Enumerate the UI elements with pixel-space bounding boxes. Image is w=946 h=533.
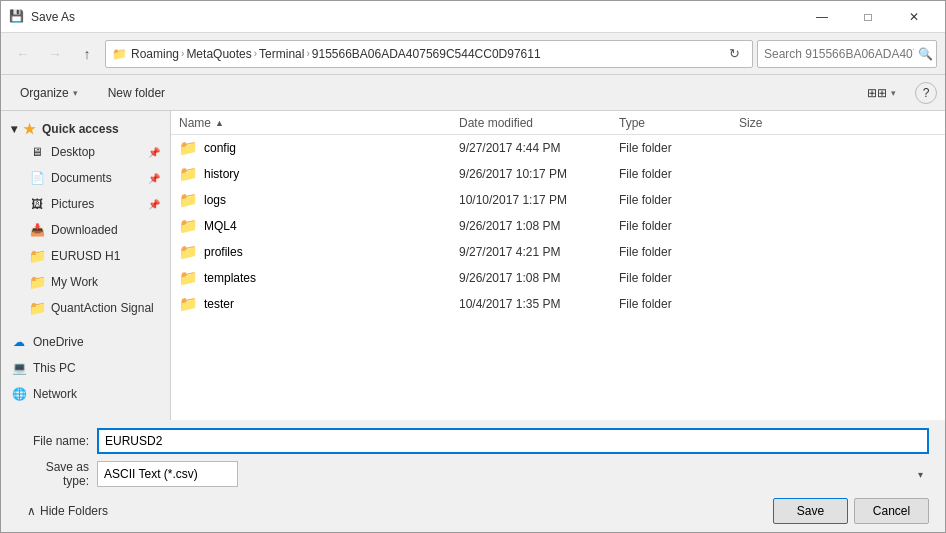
quantaction-folder-icon: 📁	[29, 300, 45, 316]
sidebar-item-onedrive[interactable]: ☁ OneDrive	[1, 329, 170, 355]
column-name[interactable]: Name ▲	[179, 116, 459, 130]
search-icon: 🔍	[918, 47, 933, 61]
help-button[interactable]: ?	[915, 82, 937, 104]
cell-name: 📁 history	[179, 165, 459, 183]
network-icon: 🌐	[11, 386, 27, 402]
minimize-button[interactable]: —	[799, 1, 845, 33]
sidebar-item-documents[interactable]: 📄 Documents 📌	[1, 165, 170, 191]
select-arrow-icon: ▾	[918, 469, 923, 480]
filetype-row: Save as type: ASCII Text (*.csv)Excel Wo…	[17, 460, 929, 488]
sidebar-item-network[interactable]: 🌐 Network	[1, 381, 170, 407]
sidebar-item-eurusd[interactable]: 📁 EURUSD H1	[1, 243, 170, 269]
view-icon: ⊞⊞	[867, 86, 887, 100]
filetype-label: Save as type:	[17, 460, 97, 488]
folder-icon: 📁	[179, 217, 198, 235]
quick-access-star: ★	[23, 121, 36, 137]
maximize-button[interactable]: □	[845, 1, 891, 33]
back-button[interactable]: ←	[9, 40, 37, 68]
crumb-roaming[interactable]: Roaming	[131, 47, 179, 61]
cell-type: File folder	[619, 271, 739, 285]
search-input[interactable]	[764, 47, 914, 61]
pin-icon: 📌	[148, 147, 160, 158]
sidebar-item-thispc[interactable]: 💻 This PC	[1, 355, 170, 381]
cell-date: 9/26/2017 1:08 PM	[459, 219, 619, 233]
cell-type: File folder	[619, 167, 739, 181]
window-title: Save As	[31, 10, 799, 24]
file-rows: 📁 config 9/27/2017 4:44 PM File folder 📁…	[171, 135, 945, 420]
input-area: File name: Save as type: ASCII Text (*.c…	[1, 420, 945, 532]
save-as-dialog: 💾 Save As — □ ✕ ← → ↑ 📁 Roaming › MetaQu…	[0, 0, 946, 533]
hide-folders-button[interactable]: ∧ Hide Folders	[17, 498, 118, 524]
thispc-icon: 💻	[11, 360, 27, 376]
up-button[interactable]: ↑	[73, 40, 101, 68]
sidebar-item-desktop[interactable]: 🖥 Desktop 📌	[1, 139, 170, 165]
organize-chevron: ▾	[73, 88, 78, 98]
folder-icon: 📁	[179, 243, 198, 261]
quick-access-header[interactable]: ▾ ★ Quick access	[1, 115, 170, 139]
address-bar: 📁 Roaming › MetaQuotes › Terminal › 9155…	[105, 40, 753, 68]
crumb-hash[interactable]: 915566BA06ADA407569C544CC0D97611	[312, 47, 541, 61]
column-date[interactable]: Date modified	[459, 116, 619, 130]
address-path: Roaming › MetaQuotes › Terminal › 915566…	[131, 47, 718, 61]
cell-date: 10/10/2017 1:17 PM	[459, 193, 619, 207]
table-row[interactable]: 📁 profiles 9/27/2017 4:21 PM File folder	[171, 239, 945, 265]
cell-date: 9/26/2017 10:17 PM	[459, 167, 619, 181]
button-row: ∧ Hide Folders Save Cancel	[17, 494, 929, 526]
pin-icon-docs: 📌	[148, 173, 160, 184]
cell-name: 📁 templates	[179, 269, 459, 287]
folder-icon: 📁	[179, 269, 198, 287]
cell-type: File folder	[619, 245, 739, 259]
crumb-terminal[interactable]: Terminal	[259, 47, 304, 61]
refresh-button[interactable]: ↻	[722, 42, 746, 66]
view-chevron: ▾	[891, 88, 896, 98]
cancel-button[interactable]: Cancel	[854, 498, 929, 524]
cell-date: 10/4/2017 1:35 PM	[459, 297, 619, 311]
organize-button[interactable]: Organize ▾	[9, 80, 89, 106]
sidebar: ▾ ★ Quick access 🖥 Desktop 📌 📄 Documents…	[1, 111, 171, 420]
eurusd-folder-icon: 📁	[29, 248, 45, 264]
cell-type: File folder	[619, 193, 739, 207]
filetype-select[interactable]: ASCII Text (*.csv)Excel Workbook (*.xlsx…	[97, 461, 238, 487]
window-icon: 💾	[9, 9, 25, 25]
pictures-icon: 🖼	[29, 196, 45, 212]
table-row[interactable]: 📁 config 9/27/2017 4:44 PM File folder	[171, 135, 945, 161]
table-row[interactable]: 📁 history 9/26/2017 10:17 PM File folder	[171, 161, 945, 187]
table-row[interactable]: 📁 templates 9/26/2017 1:08 PM File folde…	[171, 265, 945, 291]
downloaded-folder-icon: 📥	[29, 222, 45, 238]
column-type[interactable]: Type	[619, 116, 739, 130]
search-box: 🔍	[757, 40, 937, 68]
desktop-icon: 🖥	[29, 144, 45, 160]
cell-name: 📁 profiles	[179, 243, 459, 261]
cell-date: 9/26/2017 1:08 PM	[459, 271, 619, 285]
save-button[interactable]: Save	[773, 498, 848, 524]
close-button[interactable]: ✕	[891, 1, 937, 33]
sidebar-item-pictures[interactable]: 🖼 Pictures 📌	[1, 191, 170, 217]
crumb-metaquotes[interactable]: MetaQuotes	[186, 47, 251, 61]
cell-type: File folder	[619, 141, 739, 155]
filename-row: File name:	[17, 428, 929, 454]
window-controls: — □ ✕	[799, 1, 937, 33]
onedrive-icon: ☁	[11, 334, 27, 350]
folder-icon: 📁	[112, 47, 127, 61]
table-row[interactable]: 📁 tester 10/4/2017 1:35 PM File folder	[171, 291, 945, 317]
action-bar: Organize ▾ New folder ⊞⊞ ▾ ?	[1, 75, 945, 111]
sort-arrow: ▲	[215, 118, 224, 128]
view-button[interactable]: ⊞⊞ ▾	[856, 80, 907, 106]
cell-date: 9/27/2017 4:21 PM	[459, 245, 619, 259]
sidebar-item-downloaded[interactable]: 📥 Downloaded	[1, 217, 170, 243]
cell-name: 📁 logs	[179, 191, 459, 209]
sidebar-item-mywork[interactable]: 📁 My Work	[1, 269, 170, 295]
filetype-wrapper: ASCII Text (*.csv)Excel Workbook (*.xlsx…	[97, 461, 929, 487]
table-row[interactable]: 📁 logs 10/10/2017 1:17 PM File folder	[171, 187, 945, 213]
new-folder-button[interactable]: New folder	[97, 80, 176, 106]
table-row[interactable]: 📁 MQL4 9/26/2017 1:08 PM File folder	[171, 213, 945, 239]
forward-button[interactable]: →	[41, 40, 69, 68]
filename-input[interactable]	[97, 428, 929, 454]
folder-icon: 📁	[179, 139, 198, 157]
folder-icon: 📁	[179, 165, 198, 183]
sidebar-item-quantaction[interactable]: 📁 QuantAction Signal	[1, 295, 170, 321]
documents-icon: 📄	[29, 170, 45, 186]
cell-name: 📁 tester	[179, 295, 459, 313]
title-bar: 💾 Save As — □ ✕	[1, 1, 945, 33]
column-size[interactable]: Size	[739, 116, 819, 130]
